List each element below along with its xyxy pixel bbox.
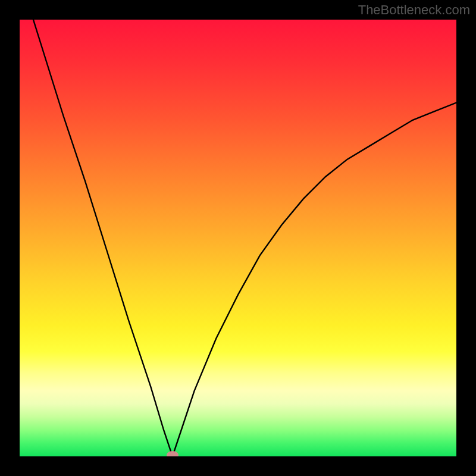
curve-layer [20, 20, 456, 456]
chart-root: TheBottleneck.com [0, 0, 476, 476]
plot-area [20, 20, 456, 456]
watermark-text: TheBottleneck.com [358, 2, 470, 18]
optimal-point-marker [167, 451, 178, 456]
bottleneck-curve-path [20, 20, 456, 456]
